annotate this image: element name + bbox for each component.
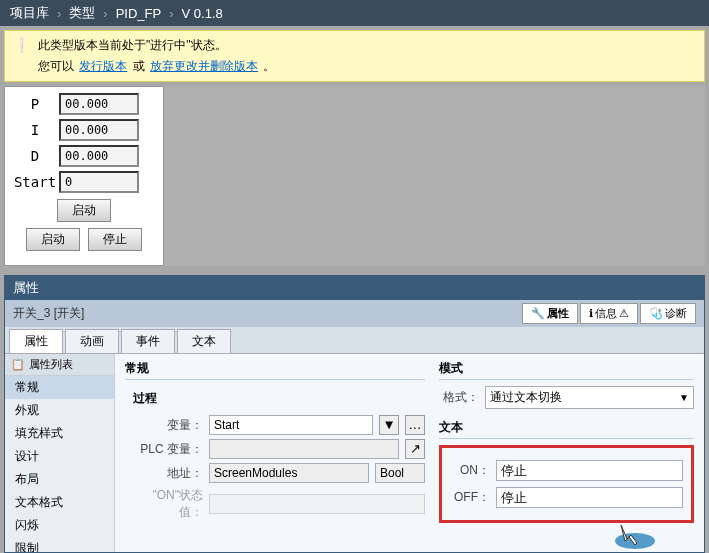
subtab-info[interactable]: ℹ 信息 ⚠ xyxy=(580,303,638,324)
list-icon: 📋 xyxy=(11,358,25,371)
chevron-right-icon: › xyxy=(57,6,61,21)
breadcrumb-item[interactable]: PID_FP xyxy=(116,6,162,21)
group-process-title: 过程 xyxy=(133,390,425,409)
property-sidebar: 📋 属性列表 常规 外观 填充样式 设计 布局 文本格式 闪烁 限制 样式/设计… xyxy=(5,354,115,552)
panel-title: 属性 xyxy=(5,276,704,300)
sidebar-item-appearance[interactable]: 外观 xyxy=(5,399,114,422)
pid-panel: P I D Start 启动 启动 停止 xyxy=(4,86,164,266)
text-off-input[interactable] xyxy=(496,487,683,508)
input-d[interactable] xyxy=(59,145,139,167)
plcvar-label: PLC 变量： xyxy=(133,441,203,458)
sidebar-item-limit[interactable]: 限制 xyxy=(5,537,114,552)
label-i: I xyxy=(11,122,59,138)
sidebar-item-textformat[interactable]: 文本格式 xyxy=(5,491,114,514)
publish-version-link[interactable]: 发行版本 xyxy=(79,59,127,73)
sidebar-item-flash[interactable]: 闪烁 xyxy=(5,514,114,537)
chevron-down-icon: ▼ xyxy=(679,392,689,403)
notice-dot: 。 xyxy=(263,59,275,73)
addr-type xyxy=(375,463,425,483)
info-icon: ℹ xyxy=(589,307,593,320)
notice-line1: 此类型版本当前处于"进行中"状态。 xyxy=(38,37,275,54)
text-on-input[interactable] xyxy=(496,460,683,481)
tab-properties[interactable]: 属性 xyxy=(9,329,63,353)
tab-text[interactable]: 文本 xyxy=(177,329,231,353)
stop-button[interactable]: 停止 xyxy=(88,228,142,251)
group-mode-title: 模式 xyxy=(439,360,694,380)
editor-canvas: P I D Start 启动 启动 停止 xyxy=(4,86,705,266)
tab-animation[interactable]: 动画 xyxy=(65,329,119,353)
breadcrumb-item[interactable]: 项目库 xyxy=(10,4,49,22)
label-start: Start xyxy=(11,174,59,190)
group-text-title: 文本 xyxy=(439,419,694,439)
warning-icon: ⚠ xyxy=(619,307,629,320)
sidebar-item-fill[interactable]: 填充样式 xyxy=(5,422,114,445)
info-icon: ❕ xyxy=(13,37,30,75)
status-notice: ❕ 此类型版本当前处于"进行中"状态。 您可以 发行版本 或 放弃更改并删除版本… xyxy=(4,30,705,82)
text-on-label: ON： xyxy=(450,462,490,479)
mode-label: 格式： xyxy=(439,389,479,406)
var-input[interactable] xyxy=(209,415,373,435)
var-label: 变量： xyxy=(133,417,203,434)
tab-events[interactable]: 事件 xyxy=(121,329,175,353)
mode-select[interactable]: 通过文本切换 ▼ xyxy=(485,386,694,409)
input-p[interactable] xyxy=(59,93,139,115)
breadcrumb-item[interactable]: V 0.1.8 xyxy=(182,6,223,21)
panel-subheader: 开关_3 [开关] 🔧 属性 ℹ 信息 ⚠ 🩺 诊断 xyxy=(5,300,704,327)
cursor-icon xyxy=(611,521,659,551)
properties-icon: 🔧 xyxy=(531,307,545,320)
mode-value: 通过文本切换 xyxy=(490,389,562,406)
sidebar-item-design[interactable]: 设计 xyxy=(5,445,114,468)
center-start-button[interactable]: 启动 xyxy=(57,199,111,222)
state-label: "ON"状态值： xyxy=(133,487,203,521)
var-browse-button[interactable]: … xyxy=(405,415,425,435)
properties-panel: 属性 开关_3 [开关] 🔧 属性 ℹ 信息 ⚠ 🩺 诊断 属性 动画 事件 文… xyxy=(4,275,705,553)
chevron-right-icon: › xyxy=(169,6,173,21)
input-start[interactable] xyxy=(59,171,139,193)
sidebar-header: 📋 属性列表 xyxy=(5,354,114,376)
label-p: P xyxy=(11,96,59,112)
plcvar-link-button[interactable]: ↗ xyxy=(405,439,425,459)
var-picker-button[interactable]: ▼ xyxy=(379,415,399,435)
discard-version-link[interactable]: 放弃更改并删除版本 xyxy=(150,59,258,73)
start-button[interactable]: 启动 xyxy=(26,228,80,251)
addr-label: 地址： xyxy=(133,465,203,482)
text-off-label: OFF： xyxy=(450,489,490,506)
selection-title: 开关_3 [开关] xyxy=(13,305,84,322)
plcvar-input[interactable] xyxy=(209,439,399,459)
group-general-title: 常规 xyxy=(125,360,425,380)
input-i[interactable] xyxy=(59,119,139,141)
breadcrumb-item[interactable]: 类型 xyxy=(69,4,95,22)
text-highlight-box: ON： OFF： xyxy=(439,445,694,523)
subtab-properties[interactable]: 🔧 属性 xyxy=(522,303,578,324)
breadcrumb: 项目库 › 类型 › PID_FP › V 0.1.8 xyxy=(0,0,709,26)
state-input xyxy=(209,494,425,514)
main-tab-bar: 属性 动画 事件 文本 xyxy=(5,327,704,354)
subtab-diagnostics[interactable]: 🩺 诊断 xyxy=(640,303,696,324)
sidebar-item-general[interactable]: 常规 xyxy=(5,376,114,399)
label-d: D xyxy=(11,148,59,164)
addr-input xyxy=(209,463,369,483)
chevron-right-icon: › xyxy=(103,6,107,21)
notice-text: 您可以 xyxy=(38,59,74,73)
diagnostics-icon: 🩺 xyxy=(649,307,663,320)
notice-or: 或 xyxy=(133,59,145,73)
sidebar-item-layout[interactable]: 布局 xyxy=(5,468,114,491)
